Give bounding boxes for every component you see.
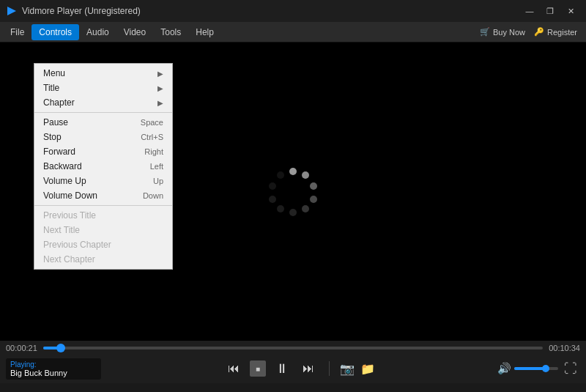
bottom-bar: 00:00:21 00:10:34 Playing: Big Buck Bunn… [0,341,586,383]
volume-thumb[interactable] [542,365,549,372]
svg-point-6 [289,209,297,216]
volume-button[interactable]: 🔊 [497,362,511,375]
now-playing-label: Playing: [10,360,97,369]
center-controls: ⏮ ■ ⏸ ⏭ 📷 📁 [101,358,497,379]
menu-tools[interactable]: Tools [153,24,188,40]
right-controls: 🔊 ⛶ [497,361,580,377]
menu-pause-item[interactable]: Pause Space [34,115,172,130]
now-playing: Playing: Big Buck Bunny [6,358,101,380]
title-bar: Vidmore Player (Unregistered) — ❐ ✕ [0,0,586,22]
menu-title-item[interactable]: Title ▶ [34,81,172,95]
register-label: Register [547,28,577,37]
restore-button[interactable]: ❐ [541,4,560,18]
now-playing-title: Big Buck Bunny [10,369,97,377]
svg-point-10 [277,171,284,179]
app-title: Vidmore Player (Unregistered) [22,6,520,16]
buy-now-button[interactable]: 🛒 Buy Now [480,27,525,37]
svg-point-4 [310,196,317,203]
cart-icon: 🛒 [480,27,490,37]
menu-volume-down-item[interactable]: Volume Down Down [34,188,172,203]
stop-button[interactable]: ■ [250,360,266,377]
minimize-button[interactable]: — [520,4,539,18]
fullscreen-button[interactable]: ⛶ [564,361,577,377]
svg-point-8 [269,196,276,203]
pause-button[interactable]: ⏸ [272,358,292,379]
volume-fill [514,367,546,370]
volume-track[interactable] [514,367,558,370]
menu-file[interactable]: File [3,24,31,40]
menu-controls[interactable]: Controls [31,24,79,40]
close-button[interactable]: ✕ [561,4,580,18]
dropdown-section-3: Previous Title Next Title Previous Chapt… [34,206,172,269]
video-area: Menu ▶ Title ▶ Chapter ▶ Pause Space Sto… [0,42,586,341]
svg-point-5 [302,205,309,212]
menu-chapter-item[interactable]: Chapter ▶ [34,95,172,110]
svg-point-3 [310,182,317,190]
menu-prev-chapter-item[interactable]: Previous Chapter [34,237,172,252]
controls-row: Playing: Big Buck Bunny ⏮ ■ ⏸ ⏭ 📷 📁 🔊 ⛶ [6,355,580,382]
menu-volume-up-item[interactable]: Volume Up Up [34,174,172,188]
register-icon: 🔑 [534,27,544,37]
screenshot-button[interactable]: 📷 [340,362,355,376]
menu-stop-item[interactable]: Stop Ctrl+S [34,130,172,144]
window-controls: — ❐ ✕ [520,4,580,18]
menu-bar: File Controls Audio Video Tools Help 🛒 B… [0,22,586,42]
open-folder-button[interactable]: 📁 [360,362,375,376]
svg-point-7 [277,205,284,212]
menu-prev-title-item[interactable]: Previous Title [34,208,172,223]
menu-next-chapter-item[interactable]: Next Chapter [34,252,172,267]
register-button[interactable]: 🔑 Register [534,27,577,37]
progress-thumb[interactable] [56,344,65,352]
menu-help[interactable]: Help [188,24,221,40]
header-right: 🛒 Buy Now 🔑 Register [480,27,583,37]
menu-forward-item[interactable]: Forward Right [34,144,172,159]
controls-dropdown: Menu ▶ Title ▶ Chapter ▶ Pause Space Sto… [34,63,173,270]
app-icon [6,5,18,17]
svg-point-2 [302,171,309,179]
svg-marker-0 [7,7,16,15]
forward-button[interactable]: ⏭ [298,358,319,379]
current-time: 00:00:21 [6,344,37,352]
menu-audio[interactable]: Audio [79,24,116,40]
rewind-button[interactable]: ⏮ [223,358,244,379]
dropdown-section-1: Menu ▶ Title ▶ Chapter ▶ [34,64,172,113]
svg-point-1 [289,168,297,175]
total-time: 00:10:34 [549,344,580,352]
menu-backward-item[interactable]: Backward Left [34,159,172,174]
progress-row: 00:00:21 00:10:34 [6,344,580,352]
buy-now-label: Buy Now [493,28,525,37]
menu-menu-item[interactable]: Menu ▶ [34,66,172,81]
progress-track[interactable] [43,347,543,350]
menu-next-title-item[interactable]: Next Title [34,223,172,237]
loading-spinner [264,163,322,221]
dropdown-section-2: Pause Space Stop Ctrl+S Forward Right Ba… [34,113,172,206]
menu-video[interactable]: Video [116,24,153,40]
volume-area: 🔊 [497,362,558,375]
svg-point-9 [269,182,276,190]
separator [329,361,330,376]
